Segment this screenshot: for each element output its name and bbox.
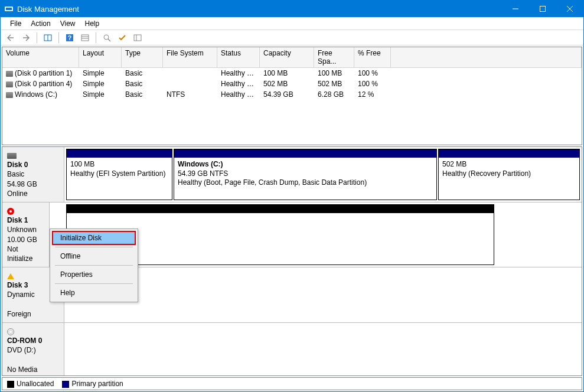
table-row[interactable]: (Disk 0 partition 4) Simple Basic Health… — [2, 79, 582, 89]
partition-bar — [67, 149, 172, 158]
col-free[interactable]: Free Spa... — [314, 47, 354, 67]
svg-rect-10 — [81, 35, 89, 41]
window-title: Disk Management — [17, 5, 502, 14]
svg-rect-15 — [134, 35, 141, 41]
legend: Unallocated Primary partition — [2, 377, 582, 390]
refresh-icon[interactable] — [79, 31, 92, 44]
volume-icon — [6, 81, 13, 87]
back-button[interactable] — [4, 31, 17, 44]
context-menu: Initialize Disk Offline Properties Help — [50, 228, 138, 302]
check-icon[interactable] — [116, 31, 129, 44]
partition-bar — [174, 149, 436, 158]
close-button[interactable] — [556, 1, 583, 17]
volume-icon — [6, 92, 13, 98]
menu-help[interactable]: Help — [80, 18, 105, 29]
list-icon[interactable] — [131, 31, 144, 44]
col-type[interactable]: Type — [122, 47, 163, 67]
svg-point-13 — [104, 35, 109, 40]
col-status[interactable]: Status — [217, 47, 260, 67]
menu-separator — [55, 265, 133, 266]
col-pct[interactable]: % Free — [354, 47, 391, 67]
table-row[interactable]: (Disk 0 partition 1) Simple Basic Health… — [2, 68, 582, 79]
volume-list: Volume Layout Type File System Status Ca… — [2, 47, 582, 145]
volume-icon — [6, 71, 13, 77]
cdrom-icon — [7, 328, 14, 335]
volume-list-header: Volume Layout Type File System Status Ca… — [2, 47, 582, 68]
menu-view[interactable]: View — [56, 18, 80, 29]
col-capacity[interactable]: Capacity — [260, 47, 314, 67]
view-icon[interactable] — [41, 31, 54, 44]
disk-label[interactable]: Disk 1 Unknown 10.00 GB Not Initialize — [2, 202, 50, 267]
toolbar-separator — [58, 32, 59, 43]
svg-rect-3 — [540, 6, 546, 12]
warning-disk-icon — [7, 273, 14, 279]
window-buttons — [502, 1, 583, 17]
unknown-disk-icon — [7, 208, 14, 215]
forward-button[interactable] — [19, 31, 32, 44]
svg-rect-1 — [6, 8, 12, 10]
menu-help[interactable]: Help — [52, 286, 136, 300]
graphical-view: Disk 0 Basic 54.98 GB Online 100 MBHealt… — [2, 146, 582, 376]
minimize-button[interactable] — [502, 1, 529, 17]
menu-action[interactable]: Action — [26, 18, 55, 29]
disk-row-cdrom[interactable]: CD-ROM 0 DVD (D:) No Media — [2, 323, 582, 376]
svg-line-14 — [108, 39, 110, 41]
titlebar: Disk Management — [1, 1, 583, 17]
menu-file[interactable]: File — [5, 18, 26, 29]
disk-label[interactable]: Disk 0 Basic 54.98 GB Online — [2, 147, 64, 202]
legend-swatch-unallocated — [7, 381, 14, 388]
menu-separator — [55, 247, 133, 247]
maximize-button[interactable] — [529, 1, 556, 17]
partition[interactable]: 100 MBHealthy (EFI System Partition) — [66, 149, 172, 200]
legend-swatch-primary — [62, 381, 69, 388]
svg-text:?: ? — [68, 35, 71, 41]
disk-row-0[interactable]: Disk 0 Basic 54.98 GB Online 100 MBHealt… — [2, 147, 582, 202]
col-spacer — [391, 47, 582, 67]
disk-label[interactable]: CD-ROM 0 DVD (D:) No Media — [2, 323, 64, 376]
help-icon[interactable]: ? — [63, 31, 76, 44]
partition[interactable]: 502 MBHealthy (Recovery Partition) — [438, 149, 580, 200]
col-filesystem[interactable]: File System — [163, 47, 217, 67]
toolbar: ? — [1, 30, 583, 45]
partition-bar — [439, 149, 579, 158]
search-icon[interactable] — [100, 31, 113, 44]
disk-icon — [7, 153, 17, 159]
toolbar-separator — [37, 32, 37, 43]
menubar: File Action View Help — [1, 17, 583, 30]
toolbar-separator — [96, 32, 96, 43]
col-volume[interactable]: Volume — [2, 47, 79, 67]
menu-properties[interactable]: Properties — [52, 267, 136, 282]
table-row[interactable]: Windows (C:) Simple Basic NTFS Healthy (… — [2, 89, 582, 100]
app-icon — [4, 4, 14, 14]
menu-separator — [55, 283, 133, 284]
menu-initialize-disk[interactable]: Initialize Disk — [52, 231, 136, 245]
partition[interactable]: Windows (C:)54.39 GB NTFSHealthy (Boot, … — [174, 149, 437, 200]
menu-offline[interactable]: Offline — [52, 249, 136, 263]
partition-bar — [67, 205, 494, 213]
col-layout[interactable]: Layout — [79, 47, 122, 67]
